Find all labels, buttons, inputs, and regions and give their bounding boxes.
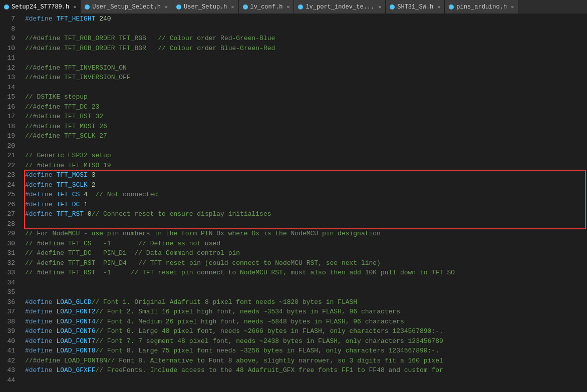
line-number: 30	[0, 239, 15, 249]
line-number: 24	[0, 180, 15, 190]
line-number: 19	[0, 131, 15, 141]
code-line: //#define TFT_MOSI 26	[25, 122, 587, 132]
line-number: 20	[0, 141, 15, 151]
tab-label: lv_port_indev_te...	[306, 4, 374, 11]
line-number: 43	[0, 365, 15, 375]
tab-icon	[390, 5, 395, 10]
tab-label: pins_arduino.h	[456, 4, 507, 11]
line-number: 41	[0, 346, 15, 356]
code-line: #define TFT_MOSI 3	[25, 170, 587, 180]
line-number: 25	[0, 190, 15, 200]
code-line	[25, 141, 587, 151]
code-line: // Generic ESP32 setup	[25, 151, 587, 161]
tab-label: SHT31_SW.h	[397, 4, 433, 11]
line-number: 22	[0, 161, 15, 171]
tab-icon	[4, 5, 9, 10]
code-line: #define TFT_DC 1	[25, 200, 587, 210]
code-line: #define LOAD_GFXFF// FreeFonts. Include …	[25, 365, 587, 375]
line-number: 23	[0, 170, 15, 180]
line-number: 35	[0, 287, 15, 297]
line-number: 42	[0, 356, 15, 366]
line-number: 9	[0, 34, 15, 44]
line-number: 31	[0, 248, 15, 258]
line-number: 32	[0, 258, 15, 268]
code-line: #define TFT_RST 0// Connect reset to ens…	[25, 209, 587, 219]
tab-close-icon[interactable]: ✕	[437, 4, 440, 10]
code-line	[25, 375, 587, 385]
tab-label: lv_conf.h	[250, 4, 283, 11]
line-number: 37	[0, 307, 15, 317]
tab-usersetup[interactable]: User_Setup.h✕	[172, 0, 238, 14]
tab-close-icon[interactable]: ✕	[286, 4, 289, 10]
line-number: 26	[0, 200, 15, 210]
line-numbers: 7891011121314151617181920212223242526272…	[0, 14, 20, 392]
tab-setup24[interactable]: Setup24_ST7789.h✕	[0, 0, 81, 14]
code-line: //#define TFT_DC 23	[25, 102, 587, 112]
tab-lvconf[interactable]: lv_conf.h✕	[239, 0, 295, 14]
code-line	[25, 278, 587, 288]
line-number: 14	[0, 83, 15, 93]
line-number: 18	[0, 122, 15, 132]
line-number: 17	[0, 112, 15, 122]
code-line: //#define TFT_INVERSION_OFF	[25, 73, 587, 83]
code-line: #define LOAD_FONT2// Font 2. Small 16 pi…	[25, 307, 587, 317]
code-line: #define TFT_SCLK 2	[25, 180, 587, 190]
tab-label: User_Setup_Select.h	[92, 4, 161, 11]
code-line: #define LOAD_GLCD// Font 1. Original Ada…	[25, 297, 587, 307]
tab-close-icon[interactable]: ✕	[378, 4, 381, 10]
code-line: //#define TFT_RGB_ORDER TFT_BGR // Colou…	[25, 44, 587, 54]
code-area: #define TFT_HEIGHT 240//#define TFT_RGB_…	[20, 14, 587, 392]
code-line: #define LOAD_FONT7// Font 7. 7 segment 4…	[25, 336, 587, 346]
line-number: 29	[0, 229, 15, 239]
tab-sht31sw[interactable]: SHT31_SW.h✕	[386, 0, 445, 14]
code-line: // #define TFT_RST PIN_D4 // TFT reset p…	[25, 258, 587, 268]
line-number: 10	[0, 44, 15, 54]
tab-close-icon[interactable]: ✕	[231, 4, 234, 10]
tab-close-icon[interactable]: ✕	[511, 4, 514, 10]
tab-close-icon[interactable]: ✕	[73, 4, 76, 10]
line-number: 36	[0, 297, 15, 307]
tab-lvportindev[interactable]: lv_port_indev_te...✕	[294, 0, 386, 14]
code-line: #define LOAD_FONT4// Font 4. Medium 26 p…	[25, 317, 587, 327]
line-number: 12	[0, 63, 15, 73]
line-number: 34	[0, 278, 15, 288]
code-line: //#define TFT_INVERSION_ON	[25, 63, 587, 73]
code-line	[25, 287, 587, 297]
code-line: //#define LOAD_FONT8N// Font 8. Alternat…	[25, 356, 587, 366]
code-line: //#define TFT_RST 32	[25, 112, 587, 122]
line-number: 15	[0, 92, 15, 102]
code-line: //#define TFT_SCLK 27	[25, 131, 587, 141]
code-line: // #define TFT_RST -1 // TFT reset pin c…	[25, 268, 587, 278]
code-line: #define TFT_CS 4 // Not connected	[25, 190, 587, 200]
line-number: 40	[0, 336, 15, 346]
line-number: 11	[0, 53, 15, 63]
line-number: 27	[0, 209, 15, 219]
line-number: 33	[0, 268, 15, 278]
line-number: 38	[0, 317, 15, 327]
code-line: // DSTIKE stepup	[25, 92, 587, 102]
code-line: #define TFT_HEIGHT 240	[25, 14, 587, 24]
line-number: 13	[0, 73, 15, 83]
tab-close-icon[interactable]: ✕	[165, 4, 168, 10]
code-line: // #define TFT_CS -1 // Define as not us…	[25, 239, 587, 249]
tab-icon	[298, 5, 303, 10]
code-line: // #define TFT_DC PIN_D1 // Data Command…	[25, 248, 587, 258]
tab-label: Setup24_ST7789.h	[12, 4, 69, 11]
line-number: 7	[0, 14, 15, 24]
tab-usersetupselect[interactable]: User_Setup_Select.h✕	[81, 0, 172, 14]
line-number: 28	[0, 219, 15, 229]
line-number: 21	[0, 151, 15, 161]
code-line	[25, 83, 587, 93]
tab-icon	[243, 5, 248, 10]
code-line: #define LOAD_FONT6// Font 6. Large 48 pi…	[25, 326, 587, 336]
code-line: //#define TFT_RGB_ORDER TFT_RGB // Colou…	[25, 34, 587, 44]
line-number: 8	[0, 24, 15, 34]
code-line: // For NodeMCU - use pin numbers in the …	[25, 229, 587, 239]
line-number: 16	[0, 102, 15, 112]
code-line: // #define TFT MISO 19	[25, 161, 587, 171]
tab-icon	[176, 5, 181, 10]
code-line	[25, 24, 587, 34]
editor: 7891011121314151617181920212223242526272…	[0, 14, 587, 392]
line-number: 44	[0, 375, 15, 385]
tab-pinsarduino[interactable]: pins_arduino.h✕	[445, 0, 518, 14]
